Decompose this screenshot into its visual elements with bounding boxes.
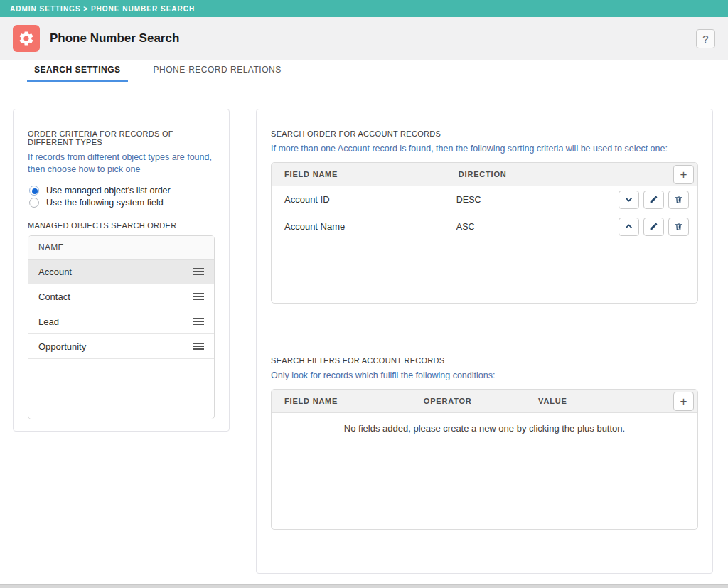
managed-objects-column-header: NAME xyxy=(28,236,214,260)
empty-state-message: No fields added, please create a new one… xyxy=(272,413,697,529)
order-criteria-title: ORDER CRITERIA FOR RECORDS OF DIFFERENT … xyxy=(28,129,215,146)
column-header-value: VALUE xyxy=(538,397,673,405)
breadcrumb: ADMIN SETTINGS > PHONE NUMBER SEARCH xyxy=(0,0,728,17)
search-order-title: SEARCH ORDER FOR ACCOUNT RECORDS xyxy=(271,129,698,138)
managed-objects-title: MANAGED OBJECTS SEARCH ORDER xyxy=(28,221,215,230)
row-actions xyxy=(619,191,689,209)
pencil-icon xyxy=(649,222,658,231)
sort-direction: DESC xyxy=(456,195,619,205)
managed-object-row-contact[interactable]: Contact xyxy=(28,284,214,309)
sort-field-name: Account ID xyxy=(284,194,456,205)
window-edge xyxy=(0,584,728,588)
delete-button[interactable] xyxy=(668,191,689,209)
managed-object-name: Contact xyxy=(38,292,191,302)
content-area: ORDER CRITERIA FOR RECORDS OF DIFFERENT … xyxy=(0,82,728,588)
search-filters-table-header: FIELD NAME OPERATOR VALUE + xyxy=(272,390,697,413)
drag-handle-icon[interactable] xyxy=(191,315,205,328)
managed-object-row-opportunity[interactable]: Opportunity xyxy=(28,334,214,359)
order-criteria-description: If records from different object types a… xyxy=(28,151,215,176)
search-order-empty-space xyxy=(272,240,697,303)
managed-object-name: Lead xyxy=(38,316,191,327)
search-filters-section: SEARCH FILTERS FOR ACCOUNT RECORDS Only … xyxy=(271,356,698,530)
managed-object-name: Account xyxy=(38,267,191,277)
edit-button[interactable] xyxy=(643,218,664,236)
page-header: Phone Number Search ? xyxy=(0,17,728,60)
sort-row-account-name: Account Name ASC xyxy=(272,213,697,240)
managed-object-row-lead[interactable]: Lead xyxy=(28,309,214,334)
sort-direction: ASC xyxy=(456,222,619,232)
row-actions xyxy=(619,218,689,236)
trash-icon xyxy=(674,195,683,204)
search-order-description: If more than one Account record is found… xyxy=(271,143,698,155)
tab-bar: SEARCH SETTINGS PHONE-RECORD RELATIONS xyxy=(0,60,728,82)
search-order-table-header: FIELD NAME DIRECTION + xyxy=(272,163,697,186)
trash-icon xyxy=(674,222,683,231)
account-records-panel: SEARCH ORDER FOR ACCOUNT RECORDS If more… xyxy=(256,109,713,574)
managed-objects-empty-space xyxy=(28,359,214,419)
managed-object-name: Opportunity xyxy=(38,341,191,352)
radio-option-system-field[interactable]: Use the following system field xyxy=(28,196,215,208)
radio-unselected-icon[interactable] xyxy=(29,198,39,208)
chevron-down-icon xyxy=(624,195,633,204)
radio-option-label: Use the following system field xyxy=(46,198,164,208)
settings-gear-icon xyxy=(13,25,40,52)
column-header-field-name: FIELD NAME xyxy=(284,170,459,178)
search-filters-title: SEARCH FILTERS FOR ACCOUNT RECORDS xyxy=(271,356,698,365)
column-header-field-name: FIELD NAME xyxy=(284,397,424,405)
order-criteria-radio-group: Use managed object's list order Use the … xyxy=(28,184,215,208)
help-button[interactable]: ? xyxy=(696,29,715,48)
managed-object-row-account[interactable]: Account xyxy=(28,260,214,284)
radio-selected-icon[interactable] xyxy=(29,186,39,196)
search-order-table: FIELD NAME DIRECTION + Account ID DESC xyxy=(271,162,698,304)
radio-option-label: Use managed object's list order xyxy=(46,186,171,196)
move-down-button[interactable] xyxy=(619,191,639,209)
drag-handle-icon[interactable] xyxy=(191,340,205,353)
move-up-button[interactable] xyxy=(619,218,639,236)
column-header-direction: DIRECTION xyxy=(459,170,673,178)
search-filters-description: Only look for records which fullfil the … xyxy=(271,370,698,382)
column-header-operator: OPERATOR xyxy=(424,397,538,405)
managed-objects-table: NAME Account Contact Lead Opportunity xyxy=(28,235,215,419)
sort-row-account-id: Account ID DESC xyxy=(272,186,697,213)
edit-button[interactable] xyxy=(643,191,664,209)
order-criteria-panel: ORDER CRITERIA FOR RECORDS OF DIFFERENT … xyxy=(13,109,230,432)
page-title: Phone Number Search xyxy=(50,31,696,46)
add-filter-button[interactable]: + xyxy=(673,392,694,411)
chevron-up-icon xyxy=(624,222,633,231)
drag-handle-icon[interactable] xyxy=(191,265,205,278)
pencil-icon xyxy=(649,195,658,204)
search-order-section: SEARCH ORDER FOR ACCOUNT RECORDS If more… xyxy=(271,129,698,304)
tab-search-settings[interactable]: SEARCH SETTINGS xyxy=(27,60,128,82)
delete-button[interactable] xyxy=(668,218,689,236)
sort-field-name: Account Name xyxy=(284,221,456,232)
radio-option-managed-list-order[interactable]: Use managed object's list order xyxy=(28,184,215,196)
add-sort-criterion-button[interactable]: + xyxy=(673,165,694,184)
search-filters-table: FIELD NAME OPERATOR VALUE + No fields ad… xyxy=(271,389,698,530)
drag-handle-icon[interactable] xyxy=(191,290,205,303)
tab-phone-record-relations[interactable]: PHONE-RECORD RELATIONS xyxy=(146,60,289,82)
